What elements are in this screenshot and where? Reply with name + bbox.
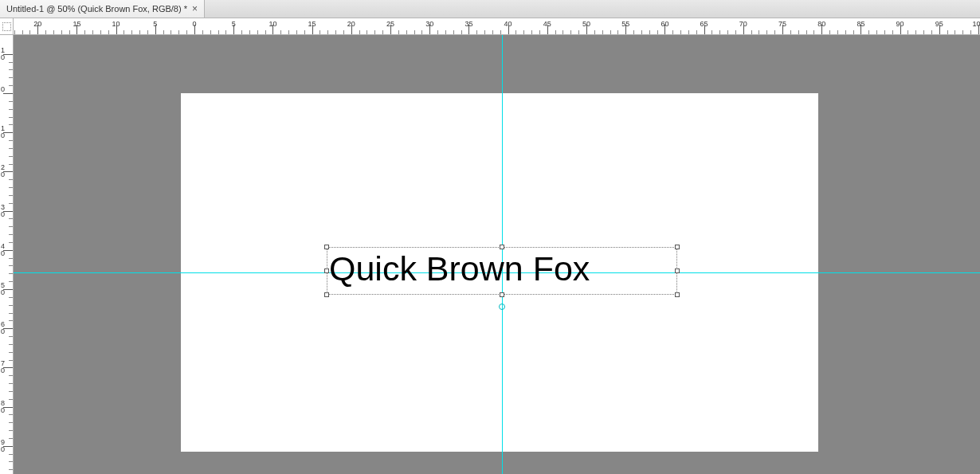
canvas-viewport[interactable]: Quick Brown Fox: [14, 35, 980, 474]
document-tabbar: Untitled-1 @ 50% (Quick Brown Fox, RGB/8…: [0, 0, 980, 18]
document-tab[interactable]: Untitled-1 @ 50% (Quick Brown Fox, RGB/8…: [0, 0, 205, 18]
document-tab-title: Untitled-1 @ 50% (Quick Brown Fox, RGB/8…: [6, 4, 187, 14]
close-icon[interactable]: ×: [192, 4, 198, 14]
text-layer-content: Quick Brown Fox: [329, 249, 590, 288]
workspace: 2520151050510152025303540455055606570758…: [0, 18, 980, 474]
ruler-origin-box[interactable]: [0, 18, 14, 35]
vruler-label: 0: [1, 86, 9, 93]
transform-anchor-icon[interactable]: [499, 304, 505, 310]
horizontal-ruler[interactable]: 2520151050510152025303540455055606570758…: [14, 18, 980, 35]
vertical-ruler[interactable]: 100102030405060708090100: [0, 35, 14, 474]
text-layer[interactable]: Quick Brown Fox: [329, 249, 590, 288]
